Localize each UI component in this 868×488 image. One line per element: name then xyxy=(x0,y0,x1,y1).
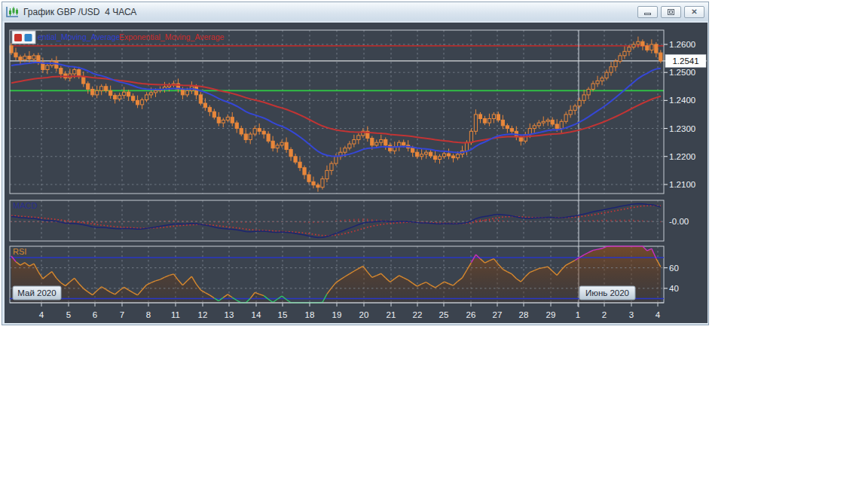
date-label: 19 xyxy=(332,310,342,319)
chart-canvas[interactable]: 1.26001.25001.24001.23001.22001.21001.25… xyxy=(5,23,708,323)
price-tick-label: 1.2500 xyxy=(669,68,695,77)
legend-slow-label: Exponential_Moving_Average xyxy=(119,32,224,41)
date-label: 8 xyxy=(146,310,151,319)
legend-chip-red[interactable] xyxy=(14,34,22,41)
rsi-label: RSI xyxy=(13,247,26,256)
rsi-area-fill xyxy=(11,246,661,303)
date-label: 28 xyxy=(519,310,529,319)
price-axis: 1.26001.25001.24001.23001.22001.21001.25… xyxy=(664,40,706,293)
date-label: 27 xyxy=(493,310,503,319)
legend-chip-blue[interactable] xyxy=(25,34,32,41)
date-label: 29 xyxy=(546,310,556,319)
date-label: 15 xyxy=(278,310,288,319)
restore-button[interactable] xyxy=(661,6,681,18)
rsi-tick-label: 40 xyxy=(669,284,679,293)
legend: ential_Moving_AverageExponential_Moving_… xyxy=(12,31,224,44)
chart-client-area[interactable]: 1.26001.25001.24001.23001.22001.21001.25… xyxy=(5,23,708,323)
restore-icon xyxy=(668,9,674,15)
close-button[interactable]: ✕ xyxy=(684,6,704,18)
price-tick-label: 1.2400 xyxy=(669,96,695,105)
date-label: 2 xyxy=(602,310,607,319)
gridlines xyxy=(10,30,664,303)
date-label: 18 xyxy=(305,310,315,319)
date-label: 21 xyxy=(387,310,396,319)
date-label: 3 xyxy=(629,310,634,319)
rsi-tick-label: 60 xyxy=(669,264,679,273)
svg-text:Май 2020: Май 2020 xyxy=(17,288,56,297)
date-label: 4 xyxy=(39,310,44,319)
ema-fast-line xyxy=(11,63,661,156)
date-label: 4 xyxy=(656,310,661,319)
macd-label: MACD xyxy=(13,201,37,210)
desktop: { "window": { "title": "График GBP /USD … xyxy=(0,0,868,488)
date-label: 22 xyxy=(413,310,423,319)
title-bar[interactable]: График GBP /USD 4 ЧАСА ✕ xyxy=(2,2,708,21)
price-tick-label: 1.2100 xyxy=(669,180,695,189)
date-label: 12 xyxy=(198,310,208,319)
time-axis: 456781112131415181920212225262728291234 xyxy=(10,303,664,319)
window-title: График GBP /USD 4 ЧАСА xyxy=(23,7,637,17)
current-price-text: 1.2541 xyxy=(672,56,698,66)
legend-fast-label: ential_Moving_Average xyxy=(38,32,121,41)
date-label: 5 xyxy=(66,310,71,319)
month-label-june: Июнь 2020 xyxy=(579,286,635,300)
minimize-button[interactable] xyxy=(637,6,658,18)
chart-window: График GBP /USD 4 ЧАСА ✕ 1.26001.25001.2… xyxy=(2,2,709,325)
date-label: 7 xyxy=(120,310,124,319)
ema-slow-line xyxy=(11,76,661,142)
date-label: 20 xyxy=(359,310,369,319)
candlestick-series xyxy=(10,37,662,192)
price-tick-label: 1.2200 xyxy=(669,152,695,161)
date-label: 6 xyxy=(93,310,97,319)
candlestick-chart-icon xyxy=(6,6,19,18)
date-label: 26 xyxy=(466,310,476,319)
date-label: 14 xyxy=(252,310,261,319)
date-label: 11 xyxy=(171,310,180,319)
close-icon: ✕ xyxy=(691,8,697,16)
minimize-icon xyxy=(644,13,651,15)
macd-zero-label: -0.00 xyxy=(669,217,689,226)
date-label: 25 xyxy=(439,310,449,319)
price-tick-label: 1.2300 xyxy=(669,124,695,133)
date-label: 13 xyxy=(225,310,234,319)
svg-text:Июнь 2020: Июнь 2020 xyxy=(585,288,629,297)
date-label: 1 xyxy=(576,310,580,319)
month-label-may: Май 2020 xyxy=(13,286,61,300)
price-tick-label: 1.2600 xyxy=(669,40,695,49)
